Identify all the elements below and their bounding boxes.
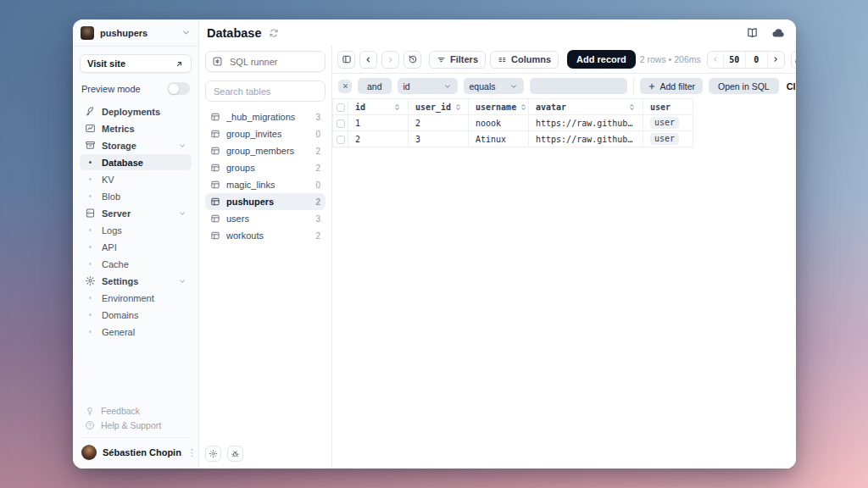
sidebar-item-server[interactable]: Server [80,205,192,221]
workspace-selector[interactable]: pushupers [73,19,198,47]
table-settings-button[interactable] [205,446,221,462]
visit-site-button[interactable]: Visit site [80,54,192,73]
header-row: id user_id username avatar user [333,99,693,115]
chevron-left-icon [364,55,373,64]
preview-mode-toggle[interactable] [167,82,190,95]
sidebar-item-api[interactable]: API [80,239,192,255]
main-body: SQL runner _hub_migrations 3 group_invit… [199,46,796,469]
sql-runner-button[interactable]: SQL runner [205,51,326,72]
filters-button[interactable]: Filters [429,51,486,69]
table-item-pushupers[interactable]: pushupers 2 [205,193,326,210]
cell-id: 1 [348,115,409,131]
page-number-value[interactable]: 0 [746,52,768,68]
data-grid: id user_id username avatar user 1 [332,98,693,147]
sort-icon[interactable] [393,103,401,111]
table-item-magic-links[interactable]: magic_links 0 [205,176,326,193]
gear-icon [85,275,96,286]
table-icon [210,180,220,190]
book-open-icon[interactable] [746,26,759,39]
refresh-icon [794,54,796,64]
cloud-icon[interactable] [771,26,785,40]
page-next-button[interactable] [768,52,784,68]
column-header-id[interactable]: id [348,99,409,115]
page-size-value[interactable]: 50 [724,52,746,68]
sidebar-item-storage[interactable]: Storage [80,137,192,153]
refresh-icon[interactable] [269,28,279,38]
column-header-username[interactable]: username [469,99,529,115]
sidebar-item-metrics[interactable]: Metrics [80,120,192,136]
page-title: Database [207,26,261,40]
row-checkbox[interactable] [337,136,345,144]
row-count: 3 [315,113,320,122]
feedback-link[interactable]: Feedback [80,403,192,418]
sidebar-item-database[interactable]: Database [80,154,192,170]
sidebar-item-domains[interactable]: Domains [80,307,192,323]
column-header-user-id[interactable]: user_id [409,99,469,115]
chevron-right-icon [771,55,780,64]
report-bug-button[interactable] [227,446,243,462]
sidebar-item-logs[interactable]: Logs [80,222,192,238]
ellipsis-vertical-icon[interactable]: ⋮ [187,451,196,455]
sort-icon[interactable] [454,103,462,111]
chevron-down-icon [178,141,186,150]
table-row[interactable]: 1 2 noook https://raw.githubusercon… use… [333,115,693,131]
add-record-button[interactable]: Add record [567,50,636,69]
chevron-down-icon [178,209,186,218]
table-icon [210,129,220,139]
help-support-link[interactable]: Help & Support [80,418,192,432]
sidebar-item-kv[interactable]: KV [80,171,192,187]
filter-operator-select[interactable]: equals [464,78,524,94]
sort-icon[interactable] [520,103,527,111]
page-prev-button[interactable] [708,52,724,68]
cell-user: user [643,115,693,131]
refresh-rows-button[interactable] [791,51,796,69]
column-header-user[interactable]: user [643,99,693,115]
filter-column-select[interactable]: id [398,78,458,94]
table-item-workouts[interactable]: workouts 2 [205,227,326,244]
row-count: 2 [315,231,320,241]
bullet-icon [85,178,96,180]
cell-user-id: 2 [409,115,469,131]
table-item-group-members[interactable]: group_members 2 [205,142,326,159]
next-table-button[interactable] [381,51,399,69]
toggle-panel-button[interactable] [337,51,355,69]
workspace-avatar [81,26,94,40]
table-icon [210,230,220,241]
sidebar-item-cache[interactable]: Cache [80,256,192,272]
help-circle-icon [85,420,95,430]
history-button[interactable] [403,51,421,69]
row-count: 0 [315,130,320,139]
column-header-avatar[interactable]: avatar [529,99,643,115]
add-filter-button[interactable]: Add filter [640,78,703,94]
row-count: 3 [315,214,320,224]
filter-value-input[interactable] [530,78,627,94]
filter-conjunction[interactable]: and [358,78,392,94]
sort-icon[interactable] [628,103,636,111]
sidebar-item-blob[interactable]: Blob [80,188,192,204]
table-row[interactable]: 2 3 Atinux https://raw.githubusercon… us… [333,131,693,147]
table-icon [210,214,220,224]
user-menu[interactable]: Sébastien Chopin ⋮ [80,437,192,462]
cell-username: noook [469,115,529,131]
clear-filters-button[interactable]: Clear filters [785,81,796,92]
table-item-hub-migrations[interactable]: _hub_migrations 3 [205,108,326,125]
select-all-checkbox[interactable] [337,103,345,112]
search-tables-input[interactable] [208,86,323,97]
columns-button[interactable]: Columns [490,51,559,69]
sidebar-item-deployments[interactable]: Deployments [80,103,192,119]
bullet-icon [85,195,96,197]
remove-filter-button[interactable] [338,80,352,93]
sidebar-item-general[interactable]: General [80,324,192,340]
table-item-group-invites[interactable]: group_invites 0 [205,125,326,142]
table-item-groups[interactable]: groups 2 [205,159,326,176]
arrow-up-right-icon [175,59,184,69]
prev-table-button[interactable] [359,51,377,69]
sidebar-item-settings[interactable]: Settings [80,273,192,289]
sidebar-item-environment[interactable]: Environment [80,290,192,306]
tables-panel-footer [205,441,326,462]
open-in-sql-button[interactable]: Open in SQL [709,78,779,94]
row-checkbox[interactable] [337,119,345,128]
table-item-users[interactable]: users 3 [205,210,326,227]
preview-mode-row: Preview mode [80,73,192,103]
archive-icon [85,140,96,151]
